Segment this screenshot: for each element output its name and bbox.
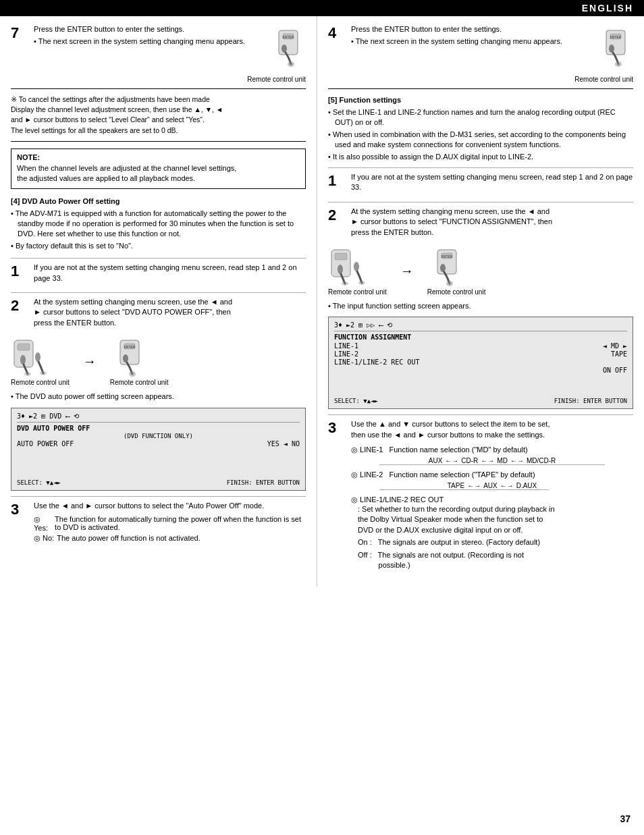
cancel-note: ※ To cancel the settings after the adjus…	[11, 95, 306, 136]
svg-point-14	[123, 354, 128, 362]
right-screen-bullet: The input function setting screen appear…	[328, 301, 633, 311]
step-4-bullet1: The next screen in the system setting ch…	[351, 36, 593, 47]
left-screen-select-left: SELECT: ▼▲◄►	[17, 479, 61, 486]
right-screen-row2-val: TAPE	[611, 350, 627, 358]
right-step-3-text: Use the ▲ and ▼ cursor buttons to select…	[351, 419, 633, 440]
line1-mdcdr: MD/CD-R	[527, 457, 556, 464]
step-7-text: Press the ENTER button to enter the sett…	[34, 24, 265, 34]
right-step-3-row: 3 Use the ▲ and ▼ cursor buttons to sele…	[328, 419, 633, 572]
step-4-content: Press the ENTER button to enter the sett…	[347, 24, 593, 49]
remote-unit-left: Remote control unit	[11, 337, 70, 386]
right-column: 4 Press the ENTER button to enter the se…	[317, 16, 644, 587]
svg-point-25	[354, 262, 359, 271]
svg-text:ENTER: ENTER	[283, 35, 294, 39]
left-step-2-remote-group: Remote control unit → ENTER Remote contr…	[11, 337, 306, 386]
page-number: 37	[620, 813, 630, 824]
left-step-3-content: Use the ◄ and ► cursor buttons to select…	[30, 501, 306, 543]
svg-point-31	[446, 281, 453, 286]
left-screen-row1-val: YES ◄ NO	[267, 440, 300, 448]
cancel-note-divider	[11, 88, 306, 89]
step-7-remote-image: ENTER	[265, 27, 306, 68]
section5-bullet2: When used in combination with the D-M31 …	[328, 130, 633, 151]
left-no-text: The auto power off function is not activ…	[57, 534, 200, 543]
line1-aux: AUX	[429, 457, 443, 464]
left-step-3-subitems: ◎ Yes: The function for automatically tu…	[34, 515, 306, 543]
section4-bullet2: By factory default this is set to "No".	[11, 241, 306, 251]
right-screen-title: FUNCTION ASSIGNMENT	[334, 333, 627, 341]
svg-point-30	[440, 264, 446, 272]
right-screen-row1-val: ◄ MD ►	[603, 342, 627, 350]
right-remote-caption-left: Remote control unit	[328, 288, 387, 296]
left-yes-item: ◎ Yes: The function for automatically tu…	[34, 515, 306, 532]
line1-arrow1: ←→	[445, 457, 458, 464]
right-remote-caption-right: Remote control unit	[427, 288, 486, 296]
remote-caption-left: Remote control unit	[11, 379, 70, 386]
left-step-1-content: If you are not at the system setting cha…	[30, 263, 306, 286]
right-step-3-number: 3	[328, 419, 347, 435]
right-rec-out-marker: ◎ LINE-1/LINE-2 REC OUT	[351, 495, 633, 504]
left-step-1-row: 1 If you are not at the system setting c…	[11, 263, 306, 286]
step-4-number: 4	[328, 24, 347, 41]
left-yes-marker: ◎ Yes:	[34, 515, 52, 532]
left-screen-select-right: FINISH: ENTER BUTTON	[227, 479, 300, 486]
rec-out-desc: : Set whether to turn the recording outp…	[358, 504, 633, 535]
right-screen-row2: LINE-2 TAPE	[334, 350, 627, 358]
right-remote-unit-left: Remote control unit	[328, 246, 387, 296]
right-step-2-content: At the system setting changing menu scre…	[347, 207, 633, 240]
rec-out-on: On : The signals are output in stereo. (…	[358, 537, 633, 547]
section5-bullets: Set the LINE-1 and LINE-2 function names…	[328, 107, 633, 162]
left-screen-icons: 3♦ ►2 ⊞ DVD ⟵ ⟲	[17, 412, 79, 420]
right-step-2-remote-group: Remote control unit → ENTER Remote contr…	[328, 246, 633, 296]
line2-arrow2: ←→	[500, 482, 514, 489]
right-step-1-content: If you are not at the system setting cha…	[347, 172, 633, 195]
left-step-3-number: 3	[11, 501, 30, 517]
section4-bullets: The ADV-M71 is equipped with a function …	[11, 209, 306, 252]
right-screen-icons: 3♦ ►2 ⊞ ▷▷ ⟵ ⟲	[334, 321, 392, 329]
right-screen-select-right: FINISH: ENTER BUTTON	[554, 398, 627, 404]
right-step-3-content: Use the ▲ and ▼ cursor buttons to select…	[347, 419, 633, 572]
right-screen-select: SELECT: ▼▲◄► FINISH: ENTER BUTTON	[334, 398, 627, 404]
svg-text:ENTER: ENTER	[610, 35, 622, 39]
right-line2-block: ◎ LINE-2 Function name selection ("TAPE"…	[351, 470, 633, 490]
left-screen-row1: AUTO POWER OFF YES ◄ NO	[17, 440, 300, 448]
svg-rect-22	[335, 253, 347, 260]
left-screen-select: SELECT: ▼▲◄► FINISH: ENTER BUTTON	[17, 479, 300, 486]
line1-md: MD	[497, 457, 508, 464]
note-title: NOTE:	[17, 153, 300, 161]
right-rec-out-block: ◎ LINE-1/LINE-2 REC OUT : Set whether to…	[351, 495, 633, 570]
left-screen-bullet: The DVD auto power off setting screen ap…	[11, 392, 306, 402]
section4-title: [4] DVD Auto Power Off setting	[11, 197, 306, 205]
enter-button-icon: ENTER	[265, 27, 306, 68]
svg-rect-6	[18, 344, 30, 350]
left-screen-header: 3♦ ►2 ⊞ DVD ⟵ ⟲	[17, 412, 300, 423]
step-7-row: 7 Press the ENTER button to enter the se…	[11, 24, 306, 69]
right-screen-box: 3♦ ►2 ⊞ ▷▷ ⟵ ⟲ FUNCTION ASSIGNMENT LINE-…	[328, 317, 633, 409]
header-label: ENGLISH	[582, 3, 633, 14]
left-step-2-row: 2 At the system setting changing menu sc…	[11, 297, 306, 330]
right-remote-right-icon: ENTER	[427, 246, 468, 287]
left-step-2-number: 2	[11, 297, 30, 313]
right-line1-marker: ◎ LINE-1 Function name selection ("MD" b…	[351, 446, 528, 454]
left-screen-title: DVD AUTO POWER OFF	[17, 425, 300, 432]
header: ENGLISH	[0, 0, 644, 16]
line2-aux: AUX	[483, 482, 498, 489]
step4-enter-icon: ENTER	[593, 27, 633, 68]
left-step-3-row: 3 Use the ◄ and ► cursor buttons to sele…	[11, 501, 306, 543]
left-yes-text: The function for automatically turning t…	[55, 515, 306, 532]
left-column: 7 Press the ENTER button to enter the se…	[0, 16, 317, 587]
svg-point-26	[358, 281, 365, 285]
svg-point-8	[24, 372, 31, 376]
right-screen-row2-label: LINE-2	[334, 350, 358, 358]
svg-point-9	[35, 352, 41, 362]
line1-cdr: CD-R	[461, 457, 478, 464]
right-screen-header: 3♦ ►2 ⊞ ▷▷ ⟵ ⟲	[334, 321, 627, 331]
svg-point-3	[281, 45, 287, 53]
right-remote-left-icon	[328, 246, 375, 287]
step-7-bullet1: The next screen in the system setting ch…	[34, 36, 265, 47]
left-step-3-text: Use the ◄ and ► cursor buttons to select…	[34, 501, 306, 511]
step-4-remote-image: ENTER	[593, 27, 633, 68]
left-step-1-number: 1	[11, 263, 30, 279]
svg-point-20	[615, 61, 622, 67]
right-step-1-number: 1	[328, 172, 347, 188]
svg-point-23	[338, 265, 343, 274]
